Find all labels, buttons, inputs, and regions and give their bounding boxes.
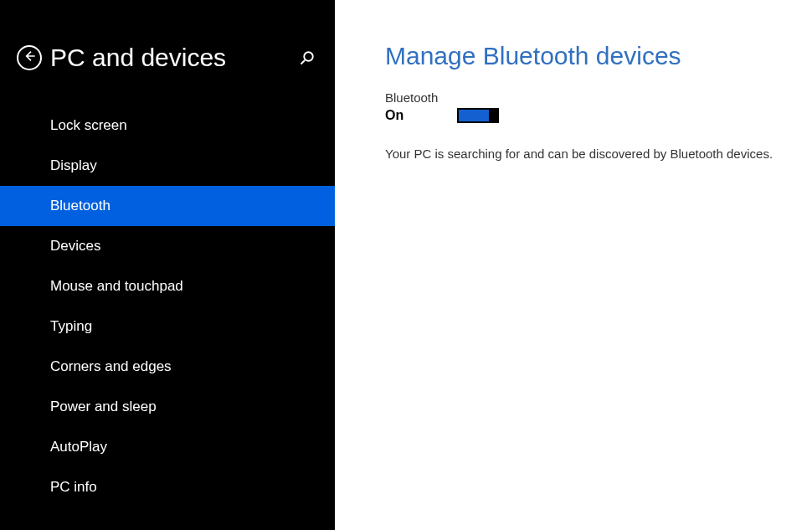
svg-point-0 bbox=[304, 52, 313, 61]
bluetooth-toggle-row: On bbox=[385, 108, 812, 123]
bluetooth-toggle-status: On bbox=[385, 108, 457, 123]
sidebar-item-label: Display bbox=[50, 157, 97, 173]
bluetooth-toggle[interactable] bbox=[457, 108, 499, 123]
svg-line-1 bbox=[301, 60, 306, 64]
sidebar-item-autoplay[interactable]: AutoPlay bbox=[0, 427, 335, 467]
main-content: Manage Bluetooth devices Bluetooth On Yo… bbox=[335, 0, 812, 530]
app-root: PC and devices Lock screen Display Bluet… bbox=[0, 0, 812, 530]
sidebar-item-corners-edges[interactable]: Corners and edges bbox=[0, 347, 335, 387]
sidebar: PC and devices Lock screen Display Bluet… bbox=[0, 0, 335, 530]
sidebar-item-mouse-touchpad[interactable]: Mouse and touchpad bbox=[0, 266, 335, 306]
back-arrow-icon bbox=[23, 49, 36, 66]
nav-list: Lock screen Display Bluetooth Devices Mo… bbox=[0, 105, 335, 507]
sidebar-item-label: Bluetooth bbox=[50, 198, 110, 214]
sidebar-item-label: Lock screen bbox=[50, 117, 127, 133]
sidebar-header: PC and devices bbox=[0, 0, 335, 97]
bluetooth-status-text: Your PC is searching for and can be disc… bbox=[385, 147, 812, 161]
sidebar-item-label: Corners and edges bbox=[50, 358, 172, 374]
sidebar-item-label: Typing bbox=[50, 318, 92, 334]
page-title: Manage Bluetooth devices bbox=[385, 42, 812, 70]
sidebar-item-display[interactable]: Display bbox=[0, 146, 335, 186]
sidebar-item-typing[interactable]: Typing bbox=[0, 306, 335, 347]
back-button[interactable] bbox=[17, 45, 42, 70]
bluetooth-setting-label: Bluetooth bbox=[385, 90, 812, 105]
search-icon bbox=[300, 54, 315, 68]
sidebar-item-power-sleep[interactable]: Power and sleep bbox=[0, 387, 335, 427]
sidebar-item-label: PC info bbox=[50, 479, 97, 495]
sidebar-item-label: AutoPlay bbox=[50, 439, 107, 455]
sidebar-item-lock-screen[interactable]: Lock screen bbox=[0, 105, 335, 146]
sidebar-item-pc-info[interactable]: PC info bbox=[0, 467, 335, 507]
sidebar-item-label: Devices bbox=[50, 238, 100, 254]
sidebar-item-devices[interactable]: Devices bbox=[0, 226, 335, 266]
toggle-handle bbox=[489, 108, 499, 123]
sidebar-item-bluetooth[interactable]: Bluetooth bbox=[0, 186, 335, 226]
search-button[interactable] bbox=[300, 50, 315, 69]
sidebar-title: PC and devices bbox=[50, 44, 226, 72]
sidebar-item-label: Mouse and touchpad bbox=[50, 278, 183, 294]
sidebar-item-label: Power and sleep bbox=[50, 399, 157, 414]
